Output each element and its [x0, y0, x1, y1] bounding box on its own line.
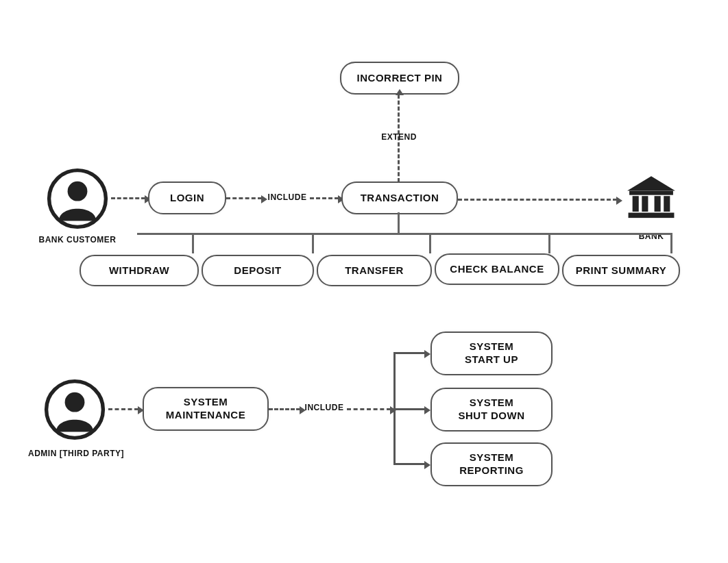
actor-bank-customer-icon: [47, 168, 108, 229]
connector-customer-login: [111, 197, 145, 199]
connector-span-transfer: [429, 233, 431, 253]
connector-bracket-mid: [393, 408, 425, 410]
label-extend: EXTEND: [381, 132, 417, 142]
usecase-login: LOGIN: [148, 182, 226, 214]
actor-admin-label: ADMIN [THIRD PARTY]: [25, 449, 128, 458]
user-icon: [47, 168, 108, 229]
connector-include-transaction: [310, 197, 339, 199]
svg-rect-4: [642, 196, 648, 212]
svg-point-9: [65, 392, 85, 412]
connector-sysmaint-include: [269, 408, 300, 410]
connector-bracket-bot: [393, 463, 425, 465]
actor-bank-customer-label: BANK CUSTOMER: [34, 235, 121, 245]
usecase-deposit: DEPOSIT: [202, 255, 314, 286]
usecase-print-summary: PRINT SUMMARY: [562, 255, 680, 286]
actor-admin-icon: [44, 379, 106, 440]
svg-rect-5: [655, 196, 661, 212]
actor-bank-icon: [624, 171, 679, 226]
connector-transaction-drop: [398, 212, 400, 233]
usecase-withdraw: WITHDRAW: [80, 255, 199, 286]
usecase-system-maintenance: SYSTEM MAINTENANCE: [143, 387, 269, 431]
usecase-system-startup: SYSTEM START UP: [430, 331, 553, 375]
label-include-1: INCLUDE: [267, 192, 307, 202]
connector-transaction-span: [137, 233, 672, 235]
connector-span-check: [548, 233, 550, 253]
use-case-diagram: INCORRECT PIN EXTEND BANK CUSTOMER LOGIN…: [0, 0, 728, 563]
connector-bracket-vert: [393, 352, 396, 463]
svg-rect-6: [664, 196, 670, 212]
connector-login-include: [226, 197, 262, 199]
label-include-2: INCLUDE: [304, 403, 344, 412]
usecase-transaction: TRANSACTION: [341, 182, 458, 214]
usecase-system-shutdown: SYSTEM SHUT DOWN: [430, 388, 553, 431]
svg-rect-7: [629, 213, 675, 218]
user-icon: [44, 379, 106, 440]
svg-point-1: [68, 182, 88, 201]
connector-span-withdraw: [192, 233, 194, 253]
connector-bracket-top: [393, 352, 425, 354]
connector-include-bracket: [347, 408, 391, 410]
svg-rect-2: [629, 191, 673, 195]
connector-span-deposit: [312, 233, 314, 253]
connector-admin-sysmaint: [108, 408, 138, 410]
connector-transaction-bank: [458, 199, 617, 201]
svg-rect-3: [633, 196, 639, 212]
bank-icon: [625, 175, 677, 223]
connector-span-print: [670, 233, 672, 253]
usecase-system-reporting: SYSTEM REPORTING: [430, 442, 553, 486]
usecase-check-balance: CHECK BALANCE: [435, 253, 559, 285]
usecase-transfer: TRANSFER: [317, 255, 432, 286]
